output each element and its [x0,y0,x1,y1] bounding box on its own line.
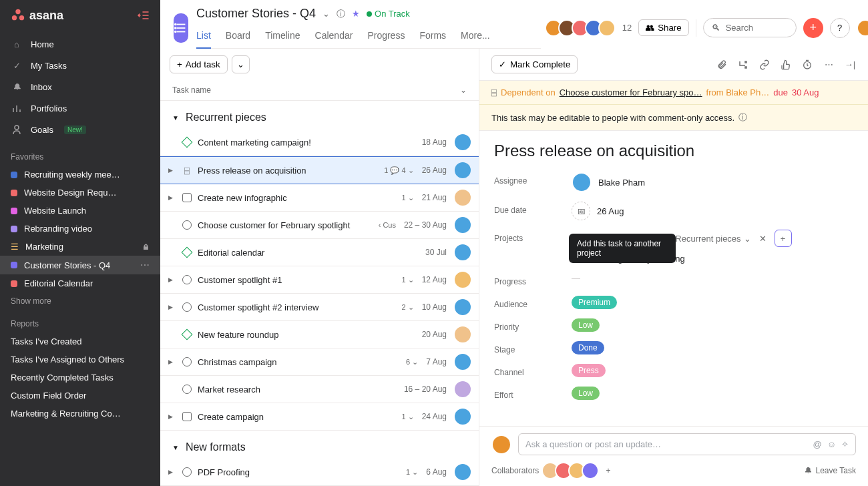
nav-my-tasks[interactable]: ✓My Tasks [0,55,160,76]
task-row[interactable]: ▶Create new infographic1 ⌄21 Aug [160,184,479,212]
add-task-button[interactable]: +Add task [170,55,228,73]
channel-pill[interactable]: Press [572,364,606,377]
project-title[interactable]: Customer Stories - Q4 [196,7,316,21]
due-date-value[interactable]: 26 Aug [597,206,624,216]
assignee-avatar[interactable] [455,381,471,397]
tab-calendar[interactable]: Calendar [315,26,353,48]
sidebar-report[interactable]: Marketing & Recruiting Co… [0,405,160,423]
assignee-avatar[interactable] [455,464,471,480]
omni-add-button[interactable]: + [803,18,823,38]
search-input[interactable]: 🔍︎Search [703,18,797,37]
assignee-avatar[interactable] [455,190,471,206]
collaborator-avatars[interactable] [546,462,599,479]
check-circle-icon[interactable] [182,357,192,367]
sidebar-favorite[interactable]: Rebranding video [0,220,160,238]
task-row[interactable]: ▶Create campaign1 ⌄24 Aug [160,403,479,431]
show-more[interactable]: Show more [0,292,160,310]
close-pane-icon[interactable]: →| [844,59,856,69]
assignee-avatar[interactable] [455,244,471,260]
expand-icon[interactable]: ▶ [168,167,176,174]
expand-icon[interactable]: ▶ [168,194,176,201]
project-icon[interactable] [174,13,188,43]
star-icon[interactable]: ★ [352,9,360,19]
sidebar-favorite[interactable]: Recruiting weekly mee… [0,166,160,184]
tab-progress[interactable]: Progress [367,26,405,48]
assignee-avatar[interactable] [455,217,471,233]
add-collaborator-icon[interactable]: + [606,466,610,475]
task-row[interactable]: Content marketing campaign!18 Aug [160,129,479,156]
mark-complete-button[interactable]: ✓Mark Complete [491,55,578,73]
task-row[interactable]: New feature roundup20 Aug [160,321,479,348]
status-badge[interactable]: On Track [367,9,410,19]
task-row[interactable]: Choose customer for February spotlight‹ … [160,212,479,239]
sidebar-favorite[interactable]: Website Design Requ… [0,184,160,202]
sidebar-favorite[interactable]: Customer Stories - Q4⋯ [0,256,160,274]
project-section-chip[interactable]: Recurrent pieces ⌄ [675,234,750,244]
assignee-avatar[interactable] [572,172,592,192]
task-row[interactable]: ▶Christmas campaign6 ⌄7 Aug [160,348,479,376]
timer-icon[interactable] [801,59,813,70]
sidebar-favorite[interactable]: ☰Marketing🔒︎ [0,238,160,256]
task-title[interactable]: Press release on acquisition [494,142,853,160]
priority-pill[interactable]: Low [572,318,600,332]
section-header[interactable]: ▼Recurrent pieces [172,111,467,124]
tab-forms[interactable]: Forms [419,26,446,48]
tab-timeline[interactable]: Timeline [265,26,300,48]
attachment-icon[interactable] [716,59,728,70]
sidebar-favorite[interactable]: Website Launch [0,202,160,220]
nav-inbox[interactable]: 🔔︎Inbox [0,76,160,97]
task-row[interactable]: ▶⌸Press release on acquisition1 💬 4 ⌄26 … [160,156,479,184]
more-icon[interactable]: ⋯ [140,260,150,270]
assignee-avatar[interactable] [455,299,471,315]
star-outline-icon[interactable]: ✧ [841,439,849,449]
remove-project-icon[interactable]: ✕ [756,232,769,245]
task-row[interactable]: ▶Customer spotlight #2 interview2 ⌄10 Au… [160,294,479,321]
sidebar-favorite[interactable]: Editorial Calendar [0,274,160,292]
assignee-avatar[interactable] [455,134,471,150]
subtask-icon[interactable] [737,59,749,70]
chevron-down-icon[interactable]: ⌄ [460,85,467,95]
nav-home[interactable]: ⌂Home [0,33,160,55]
add-task-dropdown[interactable]: ⌄ [232,55,250,73]
check-circle-icon[interactable] [182,385,192,394]
assignee-name[interactable]: Blake Pham [598,178,645,188]
calendar-icon[interactable]: 📅︎ [572,202,590,220]
check-circle-icon[interactable] [182,302,192,312]
chevron-down-icon[interactable]: ⌄ [322,9,330,19]
tab-board[interactable]: Board [226,26,250,48]
tab-more[interactable]: More... [461,26,490,48]
add-project-button[interactable]: + [775,230,792,247]
audience-pill[interactable]: Premium [572,296,617,309]
expand-icon[interactable]: ▶ [168,413,176,420]
tab-list[interactable]: List [196,26,211,49]
expand-icon[interactable]: ▶ [168,304,176,310]
assignee-avatar[interactable] [455,326,471,342]
share-button[interactable]: 👥︎Share [638,19,689,36]
expand-icon[interactable]: ▶ [168,276,176,283]
check-circle-icon[interactable] [182,467,192,477]
info-icon[interactable]: ⓘ [738,111,747,124]
sidebar-report[interactable]: Tasks I've Assigned to Others [0,350,160,369]
more-icon[interactable]: ⋯ [823,59,835,69]
expand-icon[interactable]: ▶ [168,358,176,365]
at-icon[interactable]: @ [813,439,822,449]
user-avatar[interactable] [857,19,868,37]
check-circle-icon[interactable] [182,275,192,284]
stage-pill[interactable]: Done [572,341,604,354]
leave-task-button[interactable]: 🔔︎Leave Task [805,466,857,475]
assignee-avatar[interactable] [455,409,471,425]
assignee-avatar[interactable] [455,162,471,178]
info-icon[interactable]: ⓘ [337,8,345,20]
task-row[interactable]: Market research16 – 20 Aug [160,376,479,403]
sidebar-report[interactable]: Tasks I've Created [0,332,160,350]
assignee-avatar[interactable] [455,272,471,288]
nav-goals[interactable]: GoalsNew! [0,119,160,140]
task-row[interactable]: ▶PDF Proofing1 ⌄6 Aug [160,459,479,486]
link-icon[interactable] [758,59,771,70]
dep-task-link[interactable]: Choose customer for February spo… [560,87,702,97]
nav-portfolios[interactable]: Portfolios [0,97,160,119]
check-circle-icon[interactable] [182,220,192,230]
effort-pill[interactable]: Low [572,387,600,400]
section-header[interactable]: ▼New formats [172,441,467,453]
sidebar-report[interactable]: Recently Completed Tasks [0,369,160,387]
